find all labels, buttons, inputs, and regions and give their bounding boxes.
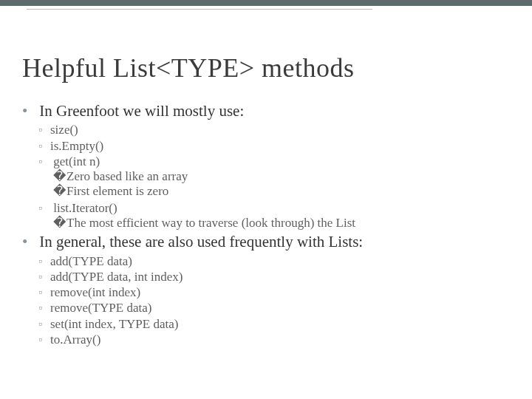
method-toarray: to.Array() xyxy=(50,332,510,347)
method-get-text: get(int n) xyxy=(53,154,100,168)
top-rule xyxy=(27,9,372,10)
method-get-notes: Zero based like an array First element i… xyxy=(50,169,510,200)
method-set: set(int index, TYPE data) xyxy=(50,316,510,332)
method-isempty: is.Empty() xyxy=(50,138,510,154)
bullet-list: In Greenfoot we will mostly use: size() … xyxy=(22,101,510,347)
method-get: get(int n) Zero based like an array Firs… xyxy=(50,154,510,200)
method-add-index: add(TYPE data, int index) xyxy=(50,269,510,284)
method-remove-data: remove(TYPE data) xyxy=(50,300,510,316)
note-efficient-traverse: The most efficient way to traverse (look… xyxy=(66,216,510,231)
greenfoot-methods: size() is.Empty() get(int n) Zero based … xyxy=(35,122,510,231)
method-iterator-text: list.Iterator() xyxy=(53,201,117,215)
slide-content: Helpful List<TYPE> methods In Greenfoot … xyxy=(0,52,532,347)
bullet-greenfoot-text: In Greenfoot we will mostly use: xyxy=(39,102,244,120)
bullet-greenfoot: In Greenfoot we will mostly use: size() … xyxy=(35,101,510,231)
note-first-zero: First element is zero xyxy=(66,184,510,199)
top-border xyxy=(0,0,532,6)
method-iterator-notes: The most efficient way to traverse (look… xyxy=(50,216,510,231)
bullet-general-text: In general, these are also used frequent… xyxy=(39,233,363,250)
method-size: size() xyxy=(50,122,510,137)
general-methods: add(TYPE data) add(TYPE data, int index)… xyxy=(35,253,510,348)
bullet-general: In general, these are also used frequent… xyxy=(35,232,510,347)
method-remove-index: remove(int index) xyxy=(50,284,510,300)
method-add: add(TYPE data) xyxy=(50,253,510,269)
method-iterator: list.Iterator() The most efficient way t… xyxy=(50,200,510,231)
slide-title: Helpful List<TYPE> methods xyxy=(22,52,510,83)
note-zero-based: Zero based like an array xyxy=(66,169,510,184)
